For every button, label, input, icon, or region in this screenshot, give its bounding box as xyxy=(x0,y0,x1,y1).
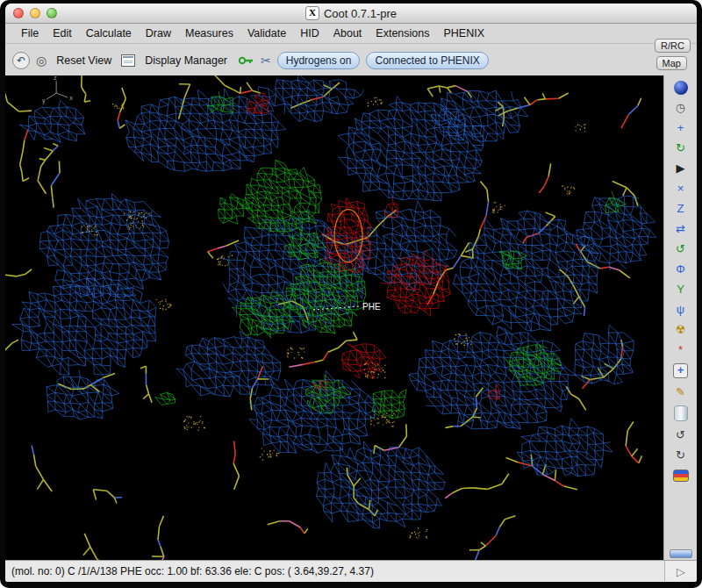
residue-label: PHE xyxy=(362,302,381,312)
key-icon[interactable] xyxy=(237,55,254,66)
triangle-icon: ▷ xyxy=(677,565,685,578)
menubar: File Edit Calculate Draw Measures Valida… xyxy=(5,24,697,44)
view-sphere-icon[interactable] xyxy=(674,81,688,95)
cycle-green-icon[interactable]: ↺ xyxy=(672,240,690,258)
redo-icon[interactable]: ↻ xyxy=(672,446,690,464)
spin-icon[interactable]: ↻ xyxy=(672,139,690,157)
menu-calculate[interactable]: Calculate xyxy=(79,25,139,41)
main-area: xyzPHE ◷+↻▶×Z⇄↺ΦYψ☢*+✎↺↻ xyxy=(5,75,697,561)
statusbar: (mol. no: 0) C /1/A/138 PHE occ: 1.00 bf… xyxy=(5,560,697,582)
branch-icon[interactable]: ψ xyxy=(672,300,690,319)
side-chain-icon[interactable]: Y xyxy=(672,280,690,298)
toolbar: ↶ ◎ Reset View Display Manager ✂ Hydroge… xyxy=(5,44,697,78)
svg-text:y: y xyxy=(42,97,46,104)
atom-bonds-icon[interactable]: * xyxy=(672,341,690,359)
status-text: (mol. no: 0) C /1/A/138 PHE occ: 1.00 bf… xyxy=(11,565,374,577)
menu-extensions[interactable]: Extensions xyxy=(369,25,436,41)
clock-icon[interactable]: ◷ xyxy=(672,98,690,117)
menu-validate[interactable]: Validate xyxy=(240,25,293,41)
cylinder-icon[interactable] xyxy=(674,405,688,421)
svg-text:z: z xyxy=(54,75,57,81)
radiation-icon[interactable]: ☢ xyxy=(672,320,690,339)
phenix-connection-button[interactable]: Connected to PHENIX xyxy=(366,52,488,69)
menu-about[interactable]: About xyxy=(326,25,369,41)
scissors-icon[interactable]: ✂ xyxy=(261,54,271,68)
rrc-button[interactable]: R/RC xyxy=(655,39,691,53)
menu-measures[interactable]: Measures xyxy=(178,25,240,41)
close-button[interactable] xyxy=(13,8,24,18)
expand-triangle-icon[interactable]: ▶ xyxy=(672,159,690,177)
window-title: X Coot 0.7.1-pre xyxy=(305,6,397,20)
svg-text:x: x xyxy=(69,95,73,101)
reset-view-button[interactable]: Reset View xyxy=(53,53,115,68)
translate-arrows-icon[interactable]: + xyxy=(672,118,690,137)
menu-file[interactable]: File xyxy=(14,25,46,41)
x11-icon: X xyxy=(305,6,319,20)
window-title-text: Coot 0.7.1-pre xyxy=(324,7,397,20)
map-button[interactable]: Map xyxy=(656,56,687,70)
back-arrow-icon[interactable]: ↶ xyxy=(12,52,30,69)
gl-viewport[interactable]: xyzPHE xyxy=(5,75,663,561)
window-controls xyxy=(13,8,57,18)
menu-hid[interactable]: HID xyxy=(293,25,326,41)
mini-scrollbar[interactable] xyxy=(670,549,692,558)
menu-edit[interactable]: Edit xyxy=(46,25,79,41)
coot-window: X Coot 0.7.1-pre File Edit Calculate Dra… xyxy=(5,4,697,582)
menu-phenix[interactable]: PHENIX xyxy=(437,25,492,41)
flag-icon[interactable] xyxy=(673,470,689,482)
undo-icon[interactable]: ↺ xyxy=(672,426,690,444)
ligand-brush-icon[interactable]: ✎ xyxy=(672,383,690,401)
zigzag-bond-icon[interactable]: Z xyxy=(672,199,690,218)
display-manager-icon[interactable] xyxy=(121,54,135,67)
right-toolbar: ◷+↻▶×Z⇄↺ΦYψ☢*+✎↺↻ xyxy=(663,75,697,561)
hydrogens-toggle-button[interactable]: Hydrogens on xyxy=(277,52,361,69)
swap-atoms-icon[interactable]: ⇄ xyxy=(672,219,690,238)
panel-expand-button[interactable]: ▷ xyxy=(664,561,697,582)
molecular-scene: xyzPHE xyxy=(5,75,663,561)
phi-psi-icon[interactable]: Φ xyxy=(672,260,690,278)
window-frame: X Coot 0.7.1-pre File Edit Calculate Dra… xyxy=(0,0,702,588)
add-atom-box-icon[interactable]: + xyxy=(673,363,688,378)
cross-bonds-icon[interactable]: × xyxy=(672,179,690,197)
zoom-button[interactable] xyxy=(47,8,57,18)
menu-draw[interactable]: Draw xyxy=(139,25,178,41)
target-icon[interactable]: ◎ xyxy=(36,54,47,68)
axes-gizmo xyxy=(47,81,68,99)
display-manager-button[interactable]: Display Manager xyxy=(141,53,231,68)
titlebar[interactable]: X Coot 0.7.1-pre xyxy=(5,4,697,24)
minimize-button[interactable] xyxy=(30,8,40,18)
